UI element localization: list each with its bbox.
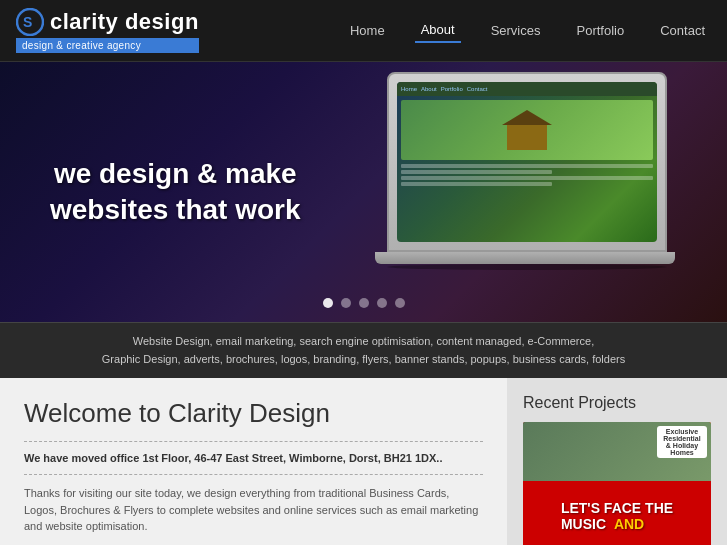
nav-home[interactable]: Home xyxy=(344,19,391,42)
logo-text: S clarity design xyxy=(16,8,199,36)
header: S clarity design design & creative agenc… xyxy=(0,0,727,62)
screen-text-line-4 xyxy=(401,182,552,186)
services-line1: Website Design, email marketing, search … xyxy=(20,333,707,351)
hero-dot-3[interactable] xyxy=(359,298,369,308)
office-notice: We have moved office 1st Floor, 46-47 Ea… xyxy=(24,452,483,464)
screen-house-graphic xyxy=(502,110,552,150)
logo-tagline: design & creative agency xyxy=(16,38,199,53)
screen-main xyxy=(397,96,657,242)
hero-dot-4[interactable] xyxy=(377,298,387,308)
laptop-shadow xyxy=(387,264,667,270)
project-text-line2: MUSIC xyxy=(561,516,606,532)
house-body xyxy=(507,125,547,150)
screen-nav-item-4: Contact xyxy=(467,86,488,92)
screen-nav-item-1: Home xyxy=(401,86,417,92)
hero-dot-5[interactable] xyxy=(395,298,405,308)
hero-dots xyxy=(323,298,405,308)
hero-dot-1[interactable] xyxy=(323,298,333,308)
screen-nav-bar: Home About Portfolio Contact xyxy=(397,82,657,96)
nav-about[interactable]: About xyxy=(415,18,461,43)
screen-body xyxy=(397,96,657,242)
screen-text-line-2 xyxy=(401,170,552,174)
laptop-outer: Home About Portfolio Contact xyxy=(387,72,667,252)
screen-hero-image xyxy=(401,100,653,160)
house-roof xyxy=(502,110,552,125)
project-text-accent: AND xyxy=(614,516,644,532)
hero-headline-line2: websites that work xyxy=(50,192,301,228)
hero-text: we design & make websites that work xyxy=(50,156,301,229)
laptop-screen: Home About Portfolio Contact xyxy=(397,82,657,242)
logo-area: S clarity design design & creative agenc… xyxy=(16,8,199,53)
logo-name: clarity design xyxy=(50,9,199,35)
hero-headline-line1: we design & make xyxy=(50,156,301,192)
project-image-bottom: LET'S FACE THE MUSIC AND xyxy=(523,481,711,545)
welcome-body-text: Thanks for visiting our site today, we d… xyxy=(24,485,483,535)
hero-dot-2[interactable] xyxy=(341,298,351,308)
services-line2: Graphic Design, adverts, brochures, logo… xyxy=(20,351,707,369)
main-content: Welcome to Clarity Design We have moved … xyxy=(0,378,727,545)
project-image[interactable]: LET'S FACE THE MUSIC AND Exclusive Resid… xyxy=(523,422,711,545)
welcome-title: Welcome to Clarity Design xyxy=(24,398,483,429)
clarity-logo-icon: S xyxy=(16,8,44,36)
laptop-mockup: Home About Portfolio Contact xyxy=(387,72,667,292)
laptop-base xyxy=(375,252,675,264)
main-nav: Home About Services Portfolio Contact xyxy=(344,18,711,43)
screen-text-lines xyxy=(401,164,653,186)
svg-text:S: S xyxy=(23,14,32,30)
nav-services[interactable]: Services xyxy=(485,19,547,42)
project-text-line1: LET'S FACE THE xyxy=(561,500,673,516)
divider-2 xyxy=(24,474,483,475)
screen-nav-item-3: Portfolio xyxy=(441,86,463,92)
project-text-large: LET'S FACE THE MUSIC AND xyxy=(561,500,673,532)
screen-text-line-1 xyxy=(401,164,653,168)
project-badge: Exclusive Residential & Holiday Homes xyxy=(657,426,707,458)
screen-text-line-3 xyxy=(401,176,653,180)
nav-portfolio[interactable]: Portfolio xyxy=(570,19,630,42)
recent-projects-title: Recent Projects xyxy=(523,394,711,412)
screen-nav-item-2: About xyxy=(421,86,437,92)
divider-1 xyxy=(24,441,483,442)
hero-section: we design & make websites that work Home… xyxy=(0,62,727,322)
services-bar: Website Design, email marketing, search … xyxy=(0,322,727,378)
hero-headline: we design & make websites that work xyxy=(50,156,301,229)
content-right: Recent Projects LET'S FACE THE MUSIC AND… xyxy=(507,378,727,545)
nav-contact[interactable]: Contact xyxy=(654,19,711,42)
content-left: Welcome to Clarity Design We have moved … xyxy=(0,378,507,545)
